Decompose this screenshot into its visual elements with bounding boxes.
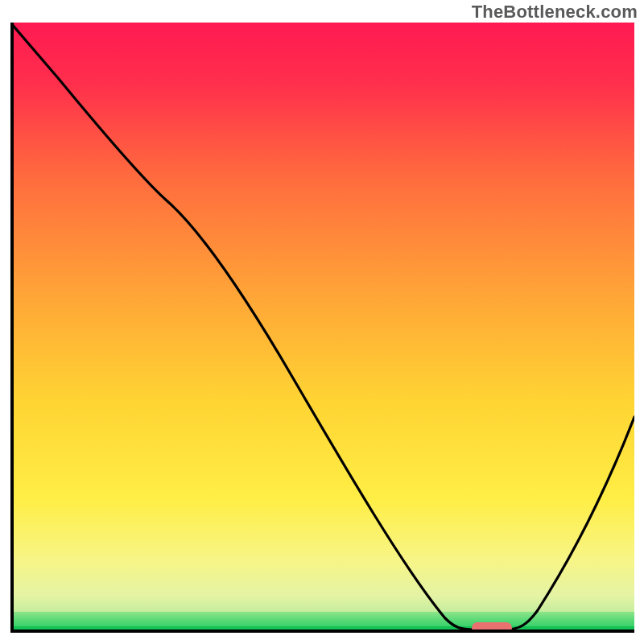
- chart-svg: [10, 23, 634, 633]
- optimal-marker: [472, 622, 512, 633]
- watermark-text: TheBottleneck.com: [472, 2, 638, 23]
- plot-area: [10, 23, 634, 633]
- chart-container: TheBottleneck.com: [0, 0, 644, 644]
- baseline-stripe: [10, 626, 634, 633]
- background-gradient: [10, 23, 634, 633]
